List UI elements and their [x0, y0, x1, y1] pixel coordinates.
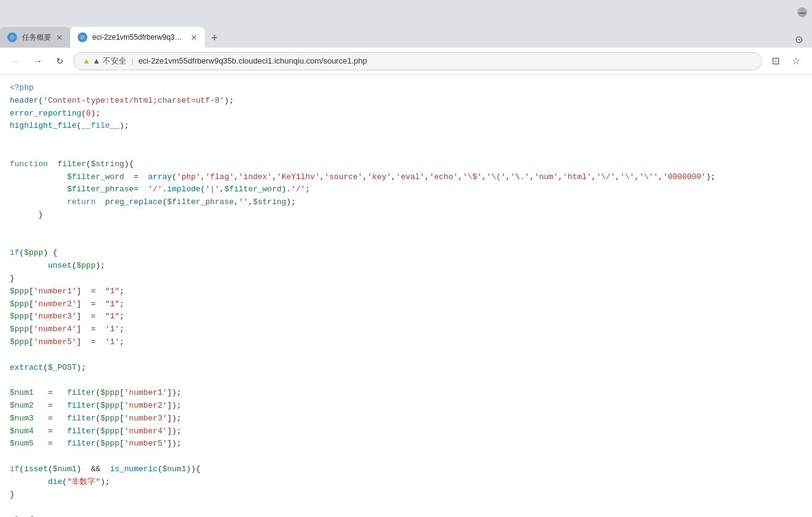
tab-source1[interactable]: ⊙ eci-2ze1vm55dfrberw9q35b.c... ✕: [70, 27, 205, 48]
address-input[interactable]: ▲ ▲ 不安全 | eci-2ze1vm55dfrberw9q35b.cloud…: [73, 52, 762, 70]
address-right-icons: ⊡ ☆: [767, 53, 805, 70]
forward-button[interactable]: →: [29, 53, 46, 70]
back-button[interactable]: ←: [7, 53, 24, 70]
tab-close-2[interactable]: ✕: [191, 33, 197, 42]
tab-close-1[interactable]: ✕: [56, 33, 63, 42]
title-bar-controls: —: [797, 7, 807, 17]
add-tab-button[interactable]: +: [205, 28, 224, 48]
tab-icon-2: ⊙: [78, 32, 87, 42]
tab-bar: ⊙ 任务概要 ✕ ⊙ eci-2ze1vm55dfrberw9q35b.c...…: [0, 24, 812, 48]
tab-icon-1: ⊙: [7, 32, 17, 42]
url-text: eci-2ze1vm55dfrberw9q35b.cloudeci1.ichun…: [138, 56, 367, 65]
address-separator: |: [131, 56, 133, 65]
tab-label-1: 任务概要: [22, 32, 51, 43]
translate-icon[interactable]: ⊡: [767, 53, 784, 70]
browser-menu-icon[interactable]: ⊙: [790, 31, 807, 48]
security-warning-label: ▲ 不安全: [93, 56, 126, 67]
title-bar: —: [0, 0, 812, 24]
address-bar: ← → ↻ ▲ ▲ 不安全 | eci-2ze1vm55dfrberw9q35b…: [0, 48, 812, 75]
bookmark-icon[interactable]: ☆: [788, 53, 805, 70]
minimize-button[interactable]: —: [797, 7, 807, 17]
security-warning-icon: ▲: [82, 56, 90, 65]
code-content: <?php header('Content-type:text/html;cha…: [0, 75, 812, 517]
tab-renwugaiyao[interactable]: ⊙ 任务概要 ✕: [0, 27, 70, 48]
tab-label-2: eci-2ze1vm55dfrberw9q35b.c...: [92, 33, 186, 42]
reload-button[interactable]: ↻: [51, 53, 68, 70]
